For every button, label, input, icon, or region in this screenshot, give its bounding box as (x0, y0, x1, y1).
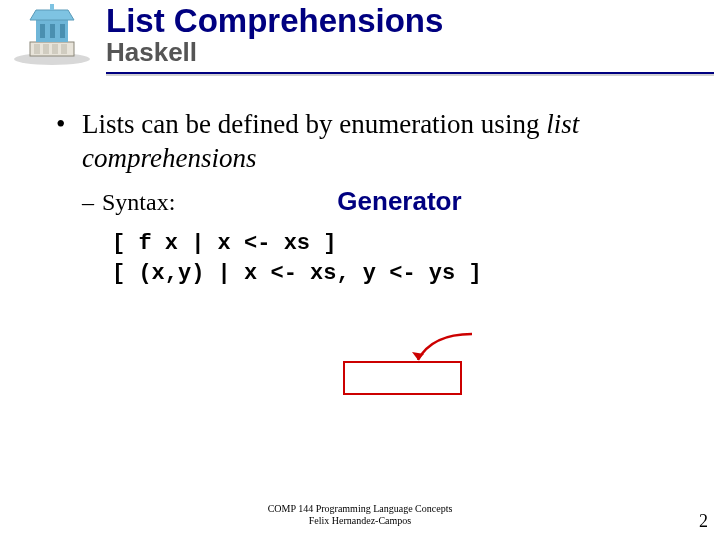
bullet-plain: Lists can be defined by enumeration usin… (82, 109, 546, 139)
sub-bullet-marker: – (82, 189, 102, 216)
slide-footer: COMP 144 Programming Language Concepts F… (0, 503, 720, 526)
generator-highlight-box (343, 361, 462, 395)
generator-callout: Generator (337, 186, 461, 217)
svg-rect-3 (43, 44, 49, 54)
page-number: 2 (699, 511, 708, 532)
sub-bullet: – Syntax: Generator (82, 186, 686, 217)
footer-line-2: Felix Hernandez-Campos (0, 515, 720, 527)
svg-marker-10 (30, 10, 74, 20)
title-divider (106, 72, 714, 74)
code-line-1: [ f x | x <- xs ] (112, 229, 686, 260)
svg-rect-7 (40, 24, 45, 38)
arrow-icon (412, 332, 492, 372)
bullet-marker: • (56, 108, 82, 142)
svg-rect-2 (34, 44, 40, 54)
svg-rect-11 (50, 4, 54, 10)
slide-title: List Comprehensions (106, 4, 696, 39)
slide-body: • Lists can be defined by enumeration us… (56, 108, 686, 290)
sub-bullet-label: Syntax: (102, 189, 175, 216)
svg-rect-8 (50, 24, 55, 38)
slide-subtitle: Haskell (106, 39, 696, 66)
code-block: [ f x | x <- xs ] [ (x,y) | x <- xs, y <… (112, 229, 686, 291)
bullet-item: • Lists can be defined by enumeration us… (56, 108, 686, 176)
code-line-2: [ (x,y) | x <- xs, y <- ys ] (112, 259, 686, 290)
svg-rect-9 (60, 24, 65, 38)
bullet-text: Lists can be defined by enumeration usin… (82, 108, 686, 176)
svg-rect-5 (61, 44, 67, 54)
university-well-logo (10, 4, 95, 66)
svg-marker-12 (412, 352, 424, 360)
svg-rect-4 (52, 44, 58, 54)
footer-line-1: COMP 144 Programming Language Concepts (0, 503, 720, 515)
